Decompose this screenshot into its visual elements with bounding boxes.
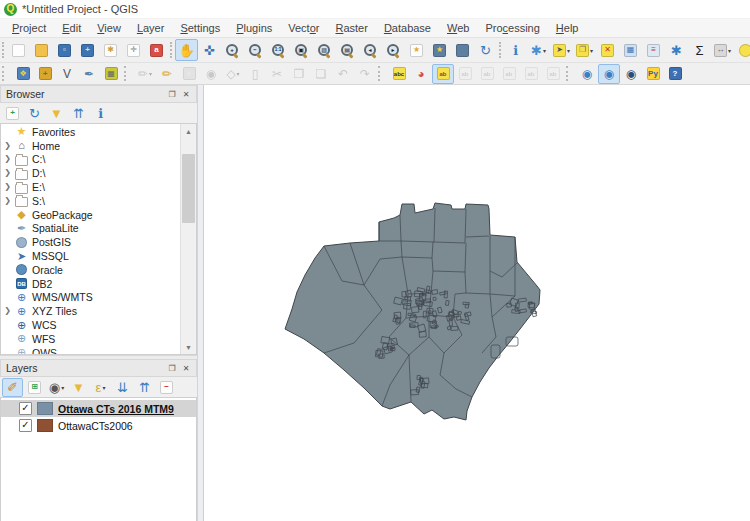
highlight-pinned-labels-button[interactable]: ab bbox=[432, 64, 454, 84]
layer-visibility-checkbox[interactable]: ✓ bbox=[19, 419, 32, 432]
open-field-calculator-button[interactable]: ≡ bbox=[642, 39, 665, 61]
menu-view[interactable]: View bbox=[89, 21, 129, 35]
menu-vector[interactable]: Vector bbox=[280, 21, 327, 35]
menu-processing[interactable]: Processing bbox=[477, 21, 547, 35]
save-project-as-button[interactable]: + bbox=[76, 39, 99, 61]
expand-all-layers-button[interactable]: ⇊ bbox=[112, 378, 133, 397]
menu-edit[interactable]: Edit bbox=[54, 21, 89, 35]
layer-row-1[interactable]: ✓OttawaCTs2006 bbox=[1, 417, 196, 434]
select-features-button[interactable]: ➤▾ bbox=[550, 39, 573, 61]
scroll-down-arrow[interactable]: ▼ bbox=[181, 340, 196, 354]
browser-item-spatialite[interactable]: ✒SpatiaLite bbox=[1, 222, 180, 236]
remove-layer-button[interactable]: − bbox=[156, 378, 177, 397]
toolbar-grip[interactable] bbox=[378, 66, 385, 81]
browser-item-xyz-tiles[interactable]: ❯⊕XYZ Tiles bbox=[1, 304, 180, 318]
select-features-dropdown-icon[interactable]: ▾ bbox=[567, 47, 570, 54]
zoom-in-button[interactable]: + bbox=[221, 39, 244, 61]
layers-close-button[interactable]: ✕ bbox=[179, 362, 193, 374]
menu-layer[interactable]: Layer bbox=[129, 21, 173, 35]
properties-widget-button[interactable]: ℹ bbox=[90, 104, 111, 123]
open-data-source-manager-button[interactable]: ❖ bbox=[12, 64, 34, 84]
drive-e-expander-icon[interactable]: ❯ bbox=[1, 183, 14, 191]
xyz-tiles-expander-icon[interactable]: ❯ bbox=[1, 307, 14, 315]
new-virtual-layer-button[interactable]: ▦ bbox=[100, 64, 122, 84]
processing-toolbox-button[interactable]: ✱ bbox=[665, 39, 688, 61]
current-edits-dropdown-icon[interactable]: ▾ bbox=[149, 70, 152, 77]
browser-float-button[interactable]: ❐ bbox=[165, 88, 179, 100]
layer-diagram-options-button[interactable]: ◕ bbox=[410, 64, 432, 84]
show-layout-manager-button[interactable]: ✛ bbox=[122, 39, 145, 61]
style-manager-button[interactable]: a bbox=[145, 39, 168, 61]
new-spatialite-layer-button[interactable]: ✒ bbox=[78, 64, 100, 84]
browser-scrollbar[interactable]: ▲ ▼ bbox=[180, 124, 196, 354]
scroll-up-arrow[interactable]: ▲ bbox=[181, 124, 196, 138]
zoom-to-layer-button[interactable]: ▤ bbox=[336, 39, 359, 61]
browser-item-wcs[interactable]: ⊕WCS bbox=[1, 318, 180, 332]
map-canvas[interactable] bbox=[204, 85, 750, 521]
refresh-map-button[interactable]: ↻ bbox=[474, 39, 497, 61]
open-attribute-table-button[interactable]: ▦ bbox=[619, 39, 642, 61]
new-project-button[interactable] bbox=[7, 39, 30, 61]
menu-plugins[interactable]: Plugins bbox=[228, 21, 280, 35]
select-features-by-value-dropdown-icon[interactable]: ▾ bbox=[590, 47, 593, 54]
menu-settings[interactable]: Settings bbox=[172, 21, 228, 35]
open-layer-styling-panel-button[interactable]: ✐ bbox=[2, 378, 23, 397]
menu-help[interactable]: Help bbox=[548, 21, 587, 35]
refresh-browser-button[interactable]: ↻ bbox=[24, 104, 45, 123]
show-spatial-bookmarks-button[interactable]: ★ bbox=[428, 39, 451, 61]
collapse-all-browser-button[interactable]: ⇈ bbox=[68, 104, 89, 123]
menu-project[interactable]: Project bbox=[4, 21, 54, 35]
web-plugin-globe-add-button[interactable]: ◉ bbox=[576, 64, 598, 84]
browser-item-wfs[interactable]: ⊕WFS bbox=[1, 332, 180, 346]
zoom-out-button[interactable]: − bbox=[244, 39, 267, 61]
show-bookmark-manager-button[interactable] bbox=[451, 39, 474, 61]
layer-row-0[interactable]: ✓Ottawa CTs 2016 MTM9 bbox=[1, 400, 196, 417]
browser-item-drive-c[interactable]: ❯C:\ bbox=[1, 153, 180, 167]
scroll-track[interactable] bbox=[181, 138, 196, 340]
filter-legend-button[interactable]: ▼ bbox=[68, 378, 89, 397]
browser-item-drive-e[interactable]: ❯E:\ bbox=[1, 180, 180, 194]
pan-map-button[interactable]: ✋ bbox=[175, 39, 198, 61]
deselect-features-button[interactable]: ✕ bbox=[596, 39, 619, 61]
save-project-button[interactable]: ▫ bbox=[53, 39, 76, 61]
zoom-full-button[interactable]: ▣ bbox=[290, 39, 313, 61]
collapse-all-layers-button[interactable]: ⇈ bbox=[134, 378, 155, 397]
browser-item-geopackage[interactable]: ◆GeoPackage bbox=[1, 208, 180, 222]
menu-raster[interactable]: Raster bbox=[327, 21, 375, 35]
toolbar-grip[interactable] bbox=[566, 66, 573, 81]
toggle-editing-button[interactable]: ✏ bbox=[156, 64, 178, 84]
new-spatial-bookmark-button[interactable]: ★ bbox=[405, 39, 428, 61]
drive-d-expander-icon[interactable]: ❯ bbox=[1, 169, 14, 177]
open-project-button[interactable] bbox=[30, 39, 53, 61]
manage-map-themes-dropdown-icon[interactable]: ▾ bbox=[61, 384, 64, 391]
browser-item-favorites[interactable]: ★Favorites bbox=[1, 125, 180, 139]
layers-float-button[interactable]: ❐ bbox=[165, 362, 179, 374]
drive-s-expander-icon[interactable]: ❯ bbox=[1, 197, 14, 205]
browser-item-wms-wmts[interactable]: ⊕WMS/WMTS bbox=[1, 291, 180, 305]
new-geopackage-layer-button[interactable]: + bbox=[34, 64, 56, 84]
layer-visibility-checkbox[interactable]: ✓ bbox=[19, 402, 32, 415]
browser-item-oracle[interactable]: Oracle bbox=[1, 263, 180, 277]
toolbar-grip[interactable] bbox=[170, 42, 172, 59]
help-contents-button[interactable]: ? bbox=[664, 64, 686, 84]
layer-labeling-options-button[interactable]: abc bbox=[388, 64, 410, 84]
zoom-next-button[interactable]: ▸ bbox=[382, 39, 405, 61]
identify-features-button[interactable]: ℹ bbox=[504, 39, 527, 61]
add-selected-layers-button[interactable]: + bbox=[2, 104, 23, 123]
web-plugin-globe-search-button[interactable]: ◉ bbox=[598, 64, 620, 84]
manage-map-themes-button[interactable]: ◉▾ bbox=[46, 378, 67, 397]
home-expander-icon[interactable]: ❯ bbox=[1, 142, 14, 150]
new-print-layout-button[interactable]: ✱ bbox=[99, 39, 122, 61]
filter-legend-by-expression-dropdown-icon[interactable]: ▾ bbox=[102, 384, 105, 391]
menu-web[interactable]: Web bbox=[439, 21, 477, 35]
filter-browser-button[interactable]: ▼ bbox=[46, 104, 67, 123]
drive-c-expander-icon[interactable]: ❯ bbox=[1, 155, 14, 163]
browser-item-home[interactable]: ❯⌂Home bbox=[1, 139, 180, 153]
python-console-button[interactable]: Py bbox=[642, 64, 664, 84]
browser-item-postgis[interactable]: PostGIS bbox=[1, 235, 180, 249]
browser-item-db2[interactable]: DBDB2 bbox=[1, 277, 180, 291]
browser-item-ows[interactable]: ⊕OWS bbox=[1, 346, 180, 355]
browser-item-drive-s[interactable]: ❯S:\ bbox=[1, 194, 180, 208]
browser-item-drive-d[interactable]: ❯D:\ bbox=[1, 166, 180, 180]
vertex-tool-dropdown-icon[interactable]: ▾ bbox=[237, 70, 240, 77]
